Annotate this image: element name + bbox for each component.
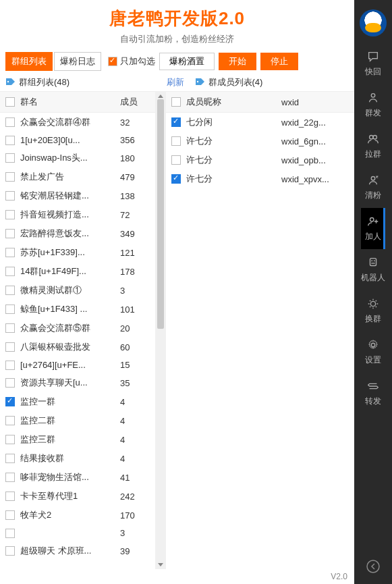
group-name: 超级聊天 术原班... (20, 545, 115, 557)
row-checkbox[interactable] (5, 210, 15, 219)
sidebar-item-7[interactable]: 设置 (361, 331, 385, 373)
row-checkbox[interactable] (5, 323, 15, 333)
row-checkbox[interactable] (5, 529, 15, 538)
row-checkbox[interactable] (5, 546, 15, 556)
table-row[interactable]: 苏苏[u+1F339]...121 (0, 243, 155, 262)
table-row[interactable]: 哆菲宠物生活馆...41 (0, 468, 155, 487)
svg-rect-7 (370, 259, 376, 266)
row-checkbox[interactable] (5, 492, 15, 501)
scroll-thumb[interactable] (157, 99, 164, 329)
sidebar-item-2[interactable]: 拉群 (361, 126, 385, 167)
sidebar-item-label: 转发 (361, 396, 385, 407)
stop-button[interactable]: 停止 (260, 53, 298, 70)
group-name: 众赢会交流群⑤群 (20, 322, 115, 334)
scroll-down-icon[interactable] (158, 563, 163, 566)
table-row[interactable]: [u+2764][u+FE...15 (0, 356, 155, 373)
table-row[interactable]: 八渠银杯银壶批发60 (0, 338, 155, 356)
group-name: 结果接收群 (20, 452, 115, 464)
sidebar-item-8[interactable]: 转发 (361, 373, 385, 414)
sidebar-item-0[interactable]: 快回 (361, 43, 385, 84)
back-icon[interactable] (366, 559, 381, 574)
row-checkbox[interactable] (5, 248, 15, 257)
row-checkbox[interactable] (5, 510, 15, 520)
table-row[interactable]: 七分闲wxid_22g... (166, 113, 354, 132)
row-checkbox[interactable] (5, 153, 15, 163)
member-count: 4 (120, 454, 150, 464)
row-checkbox[interactable] (5, 229, 15, 238)
group-name: 禁止发广告 (20, 171, 115, 183)
sidebar-item-6[interactable]: 换群 (361, 290, 385, 331)
table-row[interactable]: 许七分wxid_opb... (166, 151, 354, 169)
sidebar-item-5[interactable]: 机器人 (361, 249, 385, 290)
row-checkbox[interactable] (5, 454, 15, 463)
row-checkbox[interactable] (5, 435, 15, 444)
table-row[interactable]: 资源共享聊天[u...35 (0, 373, 155, 392)
sidebar-item-1[interactable]: 群发 (361, 84, 385, 126)
config-button[interactable]: 爆粉酒置 (159, 53, 215, 70)
table-row[interactable]: Joinswap-Ins头...180 (0, 149, 155, 167)
scrollbar-left[interactable] (155, 92, 166, 569)
row-checkbox[interactable] (5, 342, 15, 352)
row-checkbox[interactable] (5, 191, 15, 201)
table-row[interactable]: 牧羊犬2170 (0, 506, 155, 525)
sidebar-item-label: 加人 (361, 231, 385, 242)
table-row[interactable]: 监控二群4 (0, 411, 155, 430)
table-row[interactable]: 超级聊天 术原班...39 (0, 541, 155, 560)
row-checkbox[interactable] (5, 304, 15, 314)
scroll-up-icon[interactable] (158, 95, 163, 98)
row-checkbox[interactable] (5, 416, 15, 425)
table-row[interactable]: 众赢会交流群④群32 (0, 113, 155, 132)
table-row[interactable]: 监控一群4 (0, 392, 155, 411)
row-checkbox[interactable] (171, 136, 181, 146)
svg-point-12 (367, 560, 379, 573)
only-checked-toggle[interactable]: 只加勾选 (108, 55, 155, 68)
row-checkbox[interactable] (5, 172, 15, 182)
sidebar-item-3[interactable]: 清粉 (361, 167, 385, 208)
row-checkbox[interactable] (171, 155, 181, 165)
row-checkbox[interactable] (5, 117, 15, 127)
tab-group-list[interactable]: 群组列表 (5, 52, 53, 71)
version-label: V2.0 (0, 569, 354, 584)
row-checkbox[interactable] (5, 286, 15, 295)
sidebar-item-4[interactable]: 加人 (361, 208, 385, 249)
table-row[interactable]: 监控三群4 (0, 430, 155, 449)
table-row[interactable]: 抖音短视频打造...72 (0, 205, 155, 224)
sidebar-icon (366, 215, 381, 228)
row-checkbox[interactable] (5, 267, 15, 276)
select-all-members[interactable] (171, 97, 181, 107)
member-count: 4 (120, 397, 150, 407)
group-name: 哆菲宠物生活馆... (20, 471, 115, 483)
refresh-link[interactable]: 刷新 (167, 76, 184, 88)
table-row[interactable]: 铭安潮居轻钢建...138 (0, 186, 155, 205)
start-button[interactable]: 开始 (219, 53, 256, 70)
svg-point-4 (373, 136, 376, 139)
member-count: 3 (120, 286, 150, 296)
row-checkbox[interactable] (171, 174, 181, 184)
table-row[interactable]: 卡卡至尊代理1242 (0, 487, 155, 506)
member-name: 许七分 (186, 154, 276, 166)
table-row[interactable]: 微精灵测试群①3 (0, 281, 155, 300)
table-row[interactable]: 3 (0, 525, 155, 541)
table-row[interactable]: 1[u+20E3]0[u...356 (0, 132, 155, 149)
table-row[interactable]: 许七分wxid_xpvx... (166, 169, 354, 188)
row-checkbox[interactable] (5, 136, 15, 145)
row-checkbox[interactable] (171, 117, 181, 127)
table-row[interactable]: 禁止发广告479 (0, 167, 155, 186)
table-row[interactable]: 14群[u+1F49F]...178 (0, 262, 155, 281)
table-row[interactable]: 宏路醉得意饭友...349 (0, 224, 155, 243)
member-count: 39 (120, 546, 150, 556)
member-list-title: 群成员列表(4) (208, 76, 263, 88)
table-row[interactable]: 结果接收群4 (0, 449, 155, 468)
table-row[interactable]: 鲸鱼[u+1F433] ...101 (0, 300, 155, 319)
select-all-groups[interactable] (5, 97, 15, 107)
table-row[interactable]: 许七分wxid_6gn... (166, 132, 354, 151)
tab-log[interactable]: 爆粉日志 (54, 52, 101, 71)
row-checkbox[interactable] (5, 397, 15, 406)
table-row[interactable]: 众赢会交流群⑤群20 (0, 319, 155, 338)
tag-icon (5, 78, 16, 87)
row-checkbox[interactable] (5, 378, 15, 388)
row-checkbox[interactable] (5, 361, 15, 370)
row-checkbox[interactable] (5, 473, 15, 482)
member-count: 101 (120, 304, 150, 315)
member-count: 3 (120, 528, 150, 538)
